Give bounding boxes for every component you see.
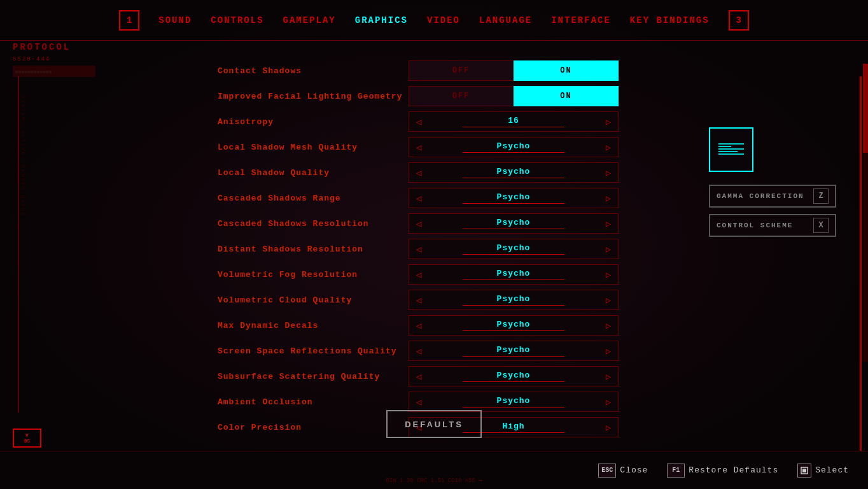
control-ssr[interactable]: ◁ Psycho ▷ (409, 341, 619, 361)
toggle-on-facial-lighting[interactable]: ON (514, 86, 619, 106)
arrow-right-dynamic-decals[interactable]: ▷ (599, 316, 618, 335)
value-anisotropy: 16 (428, 116, 599, 127)
text-ssr: Psycho (497, 345, 531, 355)
underline-ssr (463, 356, 565, 357)
underline-vol-fog (463, 280, 565, 280)
text-shadow-mesh: Psycho (497, 141, 531, 151)
arrow-right-ambient-occlusion[interactable]: ▷ (599, 392, 618, 411)
arrow-right-color-precision[interactable]: ▷ (599, 418, 618, 437)
setting-ssr: Screen Space Reflections Quality ◁ Psych… (218, 339, 650, 362)
arrow-left-subsurface[interactable]: ◁ (409, 367, 428, 386)
arrow-right-cascaded-range[interactable]: ▷ (599, 188, 618, 208)
value-vol-cloud: Psycho (428, 294, 599, 306)
toggle-on-contact-shadows[interactable]: ON (514, 60, 619, 81)
control-anisotropy[interactable]: ◁ 16 ▷ (409, 111, 619, 132)
underline-cascaded-range (463, 203, 565, 204)
arrow-right-vol-fog[interactable]: ▷ (599, 265, 618, 284)
control-vol-cloud[interactable]: ◁ Psycho ▷ (409, 290, 619, 310)
preview-line-3 (718, 148, 744, 150)
underline-cascaded-res (463, 229, 565, 229)
bottom-bar: BIN 1.30 CRC 1.51 CC10 A55 → ESC Close F… (0, 451, 868, 489)
restore-defaults-button[interactable]: F1 Restore Defaults (667, 464, 778, 478)
control-shadow-quality[interactable]: ◁ Psycho ▷ (409, 162, 619, 183)
text-distant-shadows: Psycho (497, 243, 531, 253)
nav-item-graphics[interactable]: GRAPHICS (355, 15, 408, 25)
gamma-correction-button[interactable]: GAMMA CORRECTION Z (709, 185, 836, 208)
value-ssr: Psycho (428, 345, 599, 357)
setting-subsurface: Subsurface Scattering Quality ◁ Psycho ▷ (218, 365, 650, 388)
close-label: Close (620, 465, 648, 475)
setting-facial-lighting: Improved Facial Lighting Geometry OFF ON (218, 85, 650, 108)
arrow-right-vol-cloud[interactable]: ▷ (599, 290, 618, 309)
control-scheme-button[interactable]: CONTROL SCHEME X (709, 214, 836, 237)
control-dynamic-decals[interactable]: ◁ Psycho ▷ (409, 315, 619, 336)
nav-item-interface[interactable]: INTERFACE (551, 15, 611, 25)
label-anisotropy: Anisotropy (218, 117, 409, 127)
close-button[interactable]: ESC Close (598, 464, 648, 478)
arrow-right-subsurface[interactable]: ▷ (599, 367, 618, 386)
label-contact-shadows: Contact Shadows (218, 66, 409, 76)
arrow-right-ssr[interactable]: ▷ (599, 341, 618, 360)
arrow-left-anisotropy[interactable]: ◁ (409, 112, 428, 131)
arrow-left-vol-cloud[interactable]: ◁ (409, 290, 428, 309)
arrow-right-anisotropy[interactable]: ▷ (599, 112, 618, 131)
control-shadow-mesh-quality[interactable]: ◁ Psycho ▷ (409, 137, 619, 157)
control-cascaded-shadows-res[interactable]: ◁ Psycho ▷ (409, 213, 619, 234)
arrow-left-cascaded-res[interactable]: ◁ (409, 214, 428, 233)
nav-item-language[interactable]: LANGUAGE (479, 15, 532, 25)
bottom-center-decoration: BIN 1.30 CRC 1.51 CC10 A55 → (386, 478, 482, 484)
svg-rect-1 (802, 469, 806, 472)
arrow-left-ambient-occlusion[interactable]: ◁ (409, 392, 428, 411)
arrow-left-dynamic-decals[interactable]: ◁ (409, 316, 428, 335)
value-cascaded-range: Psycho (428, 192, 599, 204)
setting-shadow-quality: Local Shadow Quality ◁ Psycho ▷ (218, 161, 650, 184)
arrow-left-cascaded-range[interactable]: ◁ (409, 188, 428, 208)
arrow-right-shadow-mesh[interactable]: ▷ (599, 138, 618, 157)
control-cascaded-shadows-range[interactable]: ◁ Psycho ▷ (409, 188, 619, 208)
version-v: V (25, 432, 29, 438)
preview-inner (715, 134, 747, 166)
right-panel: GAMMA CORRECTION Z CONTROL SCHEME X (709, 127, 836, 237)
preview-line-4 (718, 151, 738, 152)
settings-panel: Contact Shadows OFF ON Improved Facial L… (218, 59, 650, 441)
control-ambient-occlusion[interactable]: ◁ Psycho ▷ (409, 392, 619, 412)
underline-dynamic-decals (463, 330, 565, 331)
arrow-left-shadow-quality[interactable]: ◁ (409, 163, 428, 182)
arrow-right-shadow-quality[interactable]: ▷ (599, 163, 618, 182)
defaults-button-container: DEFAULTS (386, 410, 482, 438)
arrow-right-cascaded-res[interactable]: ▷ (599, 214, 618, 233)
arrow-left-vol-fog[interactable]: ◁ (409, 265, 428, 284)
label-shadow-mesh-quality: Local Shadow Mesh Quality (218, 143, 409, 152)
control-distant-shadows[interactable]: ◁ Psycho ▷ (409, 239, 619, 259)
arrow-left-shadow-mesh[interactable]: ◁ (409, 138, 428, 157)
nav-item-gameplay[interactable]: GAMEPLAY (283, 15, 336, 25)
close-key: ESC (598, 464, 616, 478)
nav-item-key-bindings[interactable]: KEY BINDINGS (630, 15, 710, 25)
control-facial-lighting[interactable]: OFF ON (409, 86, 619, 106)
control-subsurface[interactable]: ◁ Psycho ▷ (409, 366, 619, 386)
arrow-left-distant-shadows[interactable]: ◁ (409, 239, 428, 259)
select-button[interactable]: Select (797, 464, 849, 478)
control-scheme-label: CONTROL SCHEME (717, 222, 793, 229)
label-shadow-quality: Local Shadow Quality (218, 168, 409, 178)
text-subsurface: Psycho (497, 371, 531, 380)
label-distant-shadows: Distant Shadows Resolution (218, 244, 409, 254)
arrow-left-ssr[interactable]: ◁ (409, 341, 428, 360)
gamma-correction-key: Z (813, 188, 829, 204)
label-facial-lighting: Improved Facial Lighting Geometry (218, 92, 409, 101)
text-cascaded-res: Psycho (497, 218, 531, 227)
nav-item-video[interactable]: VIDEO (427, 15, 460, 25)
toggle-off-facial-lighting[interactable]: OFF (409, 86, 514, 106)
restore-label: Restore Defaults (689, 465, 778, 475)
control-contact-shadows[interactable]: OFF ON (409, 60, 619, 81)
control-vol-fog[interactable]: ◁ Psycho ▷ (409, 264, 619, 285)
nav-item-sound[interactable]: SOUND (158, 15, 192, 25)
control-scheme-key: X (813, 218, 829, 233)
nav-number-right: 3 (729, 10, 749, 31)
toggle-off-contact-shadows[interactable]: OFF (409, 60, 514, 81)
nav-number-left: 1 (119, 10, 139, 31)
value-subsurface: Psycho (428, 371, 599, 382)
arrow-right-distant-shadows[interactable]: ▷ (599, 239, 618, 259)
nav-item-controls[interactable]: CONTROLS (211, 15, 263, 25)
defaults-button[interactable]: DEFAULTS (386, 410, 482, 438)
